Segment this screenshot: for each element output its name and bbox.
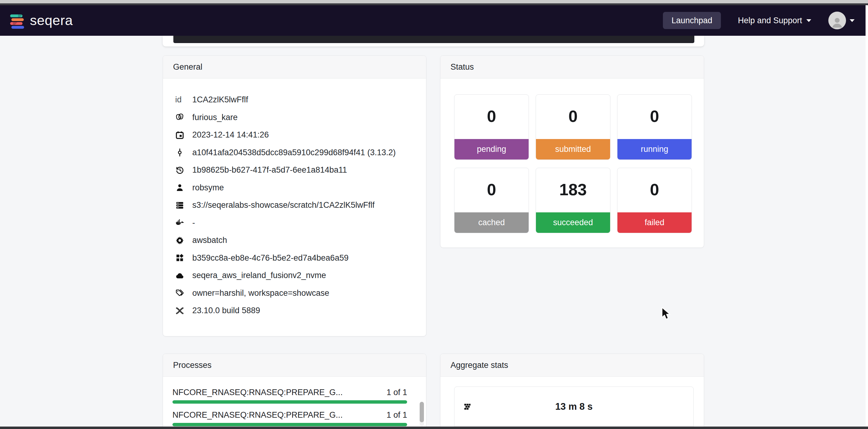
wall-time-icon — [463, 402, 471, 411]
window-top-edge — [0, 0, 868, 3]
page-scrollbar-area[interactable] — [866, 5, 868, 427]
aggregate-stats-panel: 13 m 8 s — [454, 387, 694, 429]
help-label: Help and Support — [738, 16, 802, 25]
window-title-bar — [0, 3, 868, 5]
aggregate-stats-header: Aggregate stats — [440, 354, 704, 377]
status-tile-failed[interactable]: 0 failed — [617, 168, 692, 233]
wall-time-value: 13 m 8 s — [455, 401, 693, 412]
gear-icon — [175, 236, 184, 245]
processes-scrollbar-track — [420, 402, 424, 426]
process-progress-label: 1 of 1 — [386, 410, 407, 420]
general-card-header: General — [163, 56, 426, 79]
chevron-down-icon — [806, 19, 811, 22]
process-row[interactable]: NFCORE_RNASEQ:RNASEQ:PREPARE_G... 1 of 1 — [173, 388, 407, 404]
help-and-support-menu[interactable]: Help and Support — [738, 16, 811, 25]
cached-count: 0 — [455, 168, 529, 212]
window-bottom-edge — [0, 427, 868, 429]
progress-bar-fill — [173, 423, 407, 426]
chevron-down-icon — [850, 19, 855, 22]
submitted-label: submitted — [536, 139, 610, 160]
seqera-logo-icon — [8, 12, 25, 29]
person-icon — [830, 15, 844, 29]
compute-env-name-value: seqera_aws_ireland_fusionv2_nvme — [192, 271, 326, 280]
status-tile-submitted[interactable]: 0 submitted — [536, 94, 611, 160]
status-tile-cached[interactable]: 0 cached — [454, 168, 529, 233]
pending-count: 0 — [455, 95, 529, 139]
cached-label: cached — [455, 212, 529, 233]
process-name: NFCORE_RNASEQ:RNASEQ:PREPARE_G... — [173, 410, 343, 420]
user-icon — [175, 183, 184, 192]
masks-icon — [175, 113, 184, 122]
processes-card: Processes NFCORE_RNASEQ:RNASEQ:PREPARE_G… — [163, 353, 426, 429]
status-tile-pending[interactable]: 0 pending — [454, 94, 529, 160]
progress-bar — [173, 423, 407, 426]
user-menu[interactable] — [828, 11, 855, 29]
failed-count: 0 — [617, 168, 691, 212]
status-card: Status 0 pending 0 submitted 0 running 0… — [440, 55, 704, 248]
running-label: running — [617, 139, 691, 160]
docker-icon — [175, 218, 184, 227]
progress-bar-fill — [173, 400, 407, 404]
failed-label: failed — [617, 212, 691, 233]
process-name: NFCORE_RNASEQ:RNASEQ:PREPARE_G... — [173, 388, 343, 397]
process-progress-label: 1 of 1 — [386, 388, 407, 397]
succeeded-count: 183 — [536, 168, 610, 212]
server-icon — [175, 201, 184, 210]
general-row-runname: furious_kare — [175, 109, 417, 126]
history-icon — [175, 166, 184, 175]
general-row-executor: awsbatch — [175, 232, 417, 249]
workdir-value: s3://seqeralabs-showcase/scratch/1CA2zlK… — [192, 200, 374, 210]
git-commit-icon — [175, 148, 184, 157]
avatar — [828, 11, 846, 29]
processes-scrollbar-thumb[interactable] — [420, 402, 424, 422]
version-value: 23.10.0 build 5889 — [192, 306, 260, 315]
submitted-count: 0 — [536, 95, 610, 139]
general-row-user: robsyme — [175, 179, 417, 197]
scrolled-command-card — [163, 36, 704, 47]
status-card-header: Status — [440, 56, 704, 79]
progress-bar — [173, 400, 407, 404]
general-row-workdir: s3://seqeralabs-showcase/scratch/1CA2zlK… — [175, 197, 417, 214]
general-row-container: - — [175, 214, 417, 232]
brand-wordmark: seqera — [30, 12, 73, 28]
compute-env-id-value: b359cc8a-eb8e-4c76-b5e2-ed7a4bea6a59 — [192, 253, 348, 263]
seqera-logo[interactable]: seqera — [8, 12, 73, 29]
tags-icon — [175, 288, 184, 297]
general-row-commit: a10f41afa204538d5dcc89a5910c299d68f94f41… — [175, 144, 417, 162]
id-label: id — [175, 95, 184, 105]
general-row-labels: owner=harshil, workspace=showcase — [175, 284, 417, 302]
pending-label: pending — [455, 139, 529, 160]
general-card: General id 1CA2zlK5lwFflf furious_kare — [163, 55, 426, 336]
code-block-partial — [173, 36, 694, 43]
process-row[interactable]: NFCORE_RNASEQ:RNASEQ:PREPARE_G... 1 of 1 — [173, 410, 407, 426]
username-value: robsyme — [192, 183, 224, 193]
running-count: 0 — [617, 95, 691, 139]
status-tile-running[interactable]: 0 running — [617, 94, 692, 160]
run-id-value: 1CA2zlK5lwFflf — [192, 95, 248, 105]
shapes-icon — [175, 253, 184, 262]
general-row-compute-env: seqera_aws_ireland_fusionv2_nvme — [175, 267, 417, 284]
general-row-compute-env-id: b359cc8a-eb8e-4c76-b5e2-ed7a4bea6a59 — [175, 249, 417, 267]
aggregate-stats-card: Aggregate stats 13 m 8 s — [440, 353, 704, 429]
calendar-icon — [175, 131, 184, 140]
general-row-id: id 1CA2zlK5lwFflf — [175, 91, 417, 109]
nextflow-icon — [175, 306, 184, 315]
labels-value: owner=harshil, workspace=showcase — [192, 288, 329, 298]
container-value: - — [192, 218, 195, 228]
mouse-cursor — [660, 307, 673, 322]
navbar: seqera Launchpad Help and Support — [0, 5, 868, 36]
processes-card-header: Processes — [163, 354, 426, 377]
launchpad-button[interactable]: Launchpad — [663, 12, 721, 29]
general-row-version: 23.10.0 build 5889 — [175, 302, 417, 320]
succeeded-label: succeeded — [536, 212, 610, 233]
cloud-icon — [175, 271, 184, 280]
commit-value: a10f41afa204538d5dcc89a5910c299d68f94f41… — [192, 148, 396, 158]
general-row-session: 1b98625b-b627-417f-a5d7-6ee1a814ba11 — [175, 161, 417, 179]
executor-value: awsbatch — [192, 236, 227, 245]
general-row-start-date: 2023-12-14 14:41:26 — [175, 126, 417, 144]
run-name-value: furious_kare — [192, 113, 238, 122]
status-tile-succeeded[interactable]: 183 succeeded — [536, 168, 611, 233]
session-id-value: 1b98625b-b627-417f-a5d7-6ee1a814ba11 — [192, 165, 347, 175]
start-date-value: 2023-12-14 14:41:26 — [192, 130, 269, 140]
